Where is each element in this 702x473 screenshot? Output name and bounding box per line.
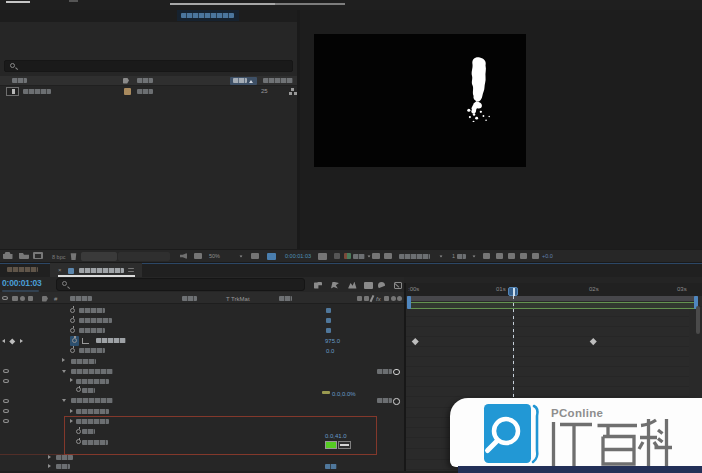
svg-text:PConline: PConline (551, 407, 603, 419)
